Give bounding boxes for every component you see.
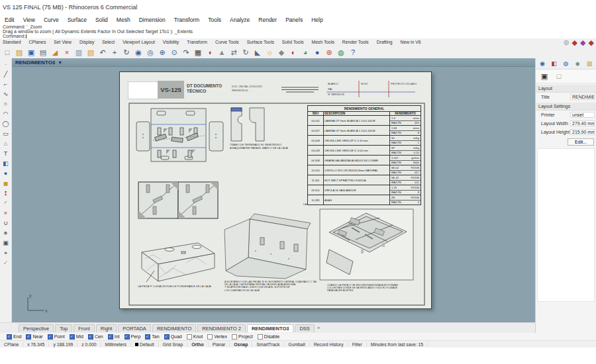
printer-field[interactable]: unset [570, 112, 595, 118]
status-item[interactable]: Ortho [187, 342, 209, 347]
osnap-checkbox[interactable] [108, 334, 113, 340]
layout-height-field[interactable]: 215.90 mm [570, 129, 595, 135]
menu-item[interactable]: Panels [285, 17, 303, 23]
toolbar-tab[interactable]: Surface Tools [247, 40, 274, 44]
menu-item[interactable]: Render [258, 17, 277, 23]
toolbar-tab[interactable]: Standard [3, 40, 21, 44]
status-item[interactable]: SmartTrack [252, 342, 284, 347]
viewport-tab[interactable]: PORTADA [118, 324, 151, 332]
gear-icon[interactable]: ⊛ [323, 47, 335, 58]
osnap-toggle[interactable]: Mid [70, 334, 83, 340]
scale-icon[interactable]: ◣ [252, 47, 264, 58]
layout-width-field[interactable]: 279.40 mm [570, 120, 595, 126]
camera-icon[interactable]: ▣ [538, 71, 550, 81]
status-item[interactable]: Planar [209, 342, 230, 347]
select-arrow-icon[interactable]: ▲ [216, 47, 228, 58]
toolbar-tab[interactable]: New in V6 [401, 40, 421, 44]
command-area[interactable]: Command: '_Zoom Drag a window to zoom ( … [0, 24, 596, 39]
rectangle-icon[interactable]: ▭ [1, 129, 11, 139]
osnap-checkbox[interactable] [26, 334, 31, 340]
menu-item[interactable]: View [23, 17, 35, 23]
osnap-toggle[interactable]: Quad [164, 334, 182, 340]
viewport-tab[interactable]: Perspective [19, 324, 54, 332]
status-item[interactable]: CPlane [0, 342, 23, 347]
delete-icon[interactable]: × [61, 47, 73, 58]
display-mode-icon[interactable]: ◐ [287, 47, 299, 58]
osnap-toggle[interactable]: Vertex [207, 334, 227, 340]
menu-item[interactable]: Surface [68, 17, 87, 23]
menu-item[interactable]: Edit [5, 17, 15, 23]
osnap-checkbox[interactable] [164, 334, 170, 340]
rotate-icon[interactable]: ↻ [240, 47, 252, 58]
status-item[interactable]: Grid Snap [159, 342, 188, 347]
join-icon[interactable]: ∪ [1, 218, 11, 228]
point-icon[interactable]: ∙ [1, 60, 11, 69]
sphere-tool-icon[interactable]: ● [1, 169, 11, 179]
osnap-toggle[interactable]: Perp [124, 334, 141, 340]
status-item[interactable]: Minutes from last save: 15 [367, 342, 428, 347]
measure-icon[interactable]: ⌖ [1, 248, 11, 258]
viewport-tab[interactable]: Top [55, 324, 72, 332]
folder-tab-icon[interactable]: ▨ [585, 60, 593, 68]
lamp-icon[interactable]: ☼ [264, 47, 275, 58]
undo-icon[interactable]: ↶ [97, 47, 109, 58]
toolbar-tab[interactable]: Visibility [163, 40, 179, 44]
menu-item[interactable]: Analyze [230, 17, 250, 23]
menu-item[interactable]: Curve [44, 17, 59, 23]
sphere-icon[interactable]: ● [311, 47, 323, 58]
osnap-checkbox[interactable] [207, 334, 213, 340]
hide-icon[interactable]: ◖ [204, 47, 216, 58]
osnap-toggle[interactable]: Tan [145, 334, 159, 340]
check-icon[interactable]: ✓ [1, 258, 11, 268]
help-icon[interactable]: ? [347, 47, 359, 58]
viewport-tab[interactable]: RENDIMIENTO 2 [197, 324, 246, 332]
properties-tab-icon[interactable]: ◉ [538, 60, 546, 68]
status-item[interactable]: z 0.000 [77, 342, 101, 347]
attachment-tab-icon[interactable]: ◆ [573, 60, 581, 68]
save-icon[interactable]: ▣ [25, 47, 37, 58]
toolbar-tab[interactable]: Select [102, 40, 115, 44]
toolbar-tab[interactable]: Mesh Tools [312, 40, 334, 44]
lock-icon[interactable]: ◆ [275, 47, 287, 58]
zoom-window-icon[interactable]: ◉ [132, 47, 144, 58]
line-icon[interactable]: ╱ [1, 69, 11, 79]
rotate-view-icon[interactable]: ↻ [121, 47, 132, 58]
move-icon[interactable]: ⇄ [228, 47, 240, 58]
polygon-icon[interactable]: ⌂ [1, 139, 11, 149]
osnap-checkbox[interactable] [124, 334, 130, 340]
edit-button[interactable]: Edit... [568, 138, 594, 146]
toolbar-tab[interactable]: Solid Tools [282, 40, 304, 44]
circle-icon[interactable]: ○ [1, 99, 11, 109]
copy-icon[interactable]: ▥ [73, 47, 85, 58]
osnap-toggle[interactable]: End [7, 334, 21, 340]
toolbar-tab[interactable]: Set View [54, 40, 72, 44]
zoom-extents-icon[interactable]: ⊕ [156, 47, 168, 58]
status-item[interactable]: Osnap [230, 342, 252, 347]
surface-icon[interactable]: ◧ [1, 159, 11, 169]
status-item[interactable]: y 188.199 [49, 342, 77, 347]
toolbar-tab[interactable]: Viewport Layout [123, 40, 155, 44]
status-item[interactable]: Default [131, 342, 159, 347]
osnap-checkbox[interactable] [88, 334, 93, 340]
detail-icon[interactable]: □ [553, 71, 565, 81]
text-icon[interactable]: T [1, 149, 11, 159]
osnap-checkbox[interactable] [187, 334, 192, 340]
osnap-checkbox[interactable] [48, 334, 53, 340]
open-folder-icon[interactable]: ▨ [13, 47, 25, 58]
menu-item[interactable]: Help [311, 17, 323, 23]
menu-item[interactable]: Transform [174, 17, 199, 23]
group-icon[interactable]: ▣ [1, 238, 11, 248]
color-wheel-icon[interactable]: ◕ [299, 47, 311, 58]
osnap-checkbox[interactable] [258, 334, 263, 340]
osnap-checkbox[interactable] [145, 334, 150, 340]
toolbar-tab[interactable]: CPlanes [29, 40, 46, 44]
menu-item[interactable]: Mesh [117, 17, 130, 23]
zoom-dynamic-icon[interactable]: ◎ [144, 47, 156, 58]
fillet-icon[interactable]: ◜ [1, 199, 11, 208]
toolbar-tab[interactable]: Drafting [377, 40, 393, 44]
menu-item[interactable]: Tools [208, 17, 221, 23]
viewport-tab[interactable]: Front [74, 324, 95, 332]
viewport-tab[interactable]: RENDIMIENTO3 [247, 324, 294, 332]
status-item[interactable]: x 76.345 [23, 342, 49, 347]
viewport-tab[interactable]: DSS [295, 324, 314, 332]
